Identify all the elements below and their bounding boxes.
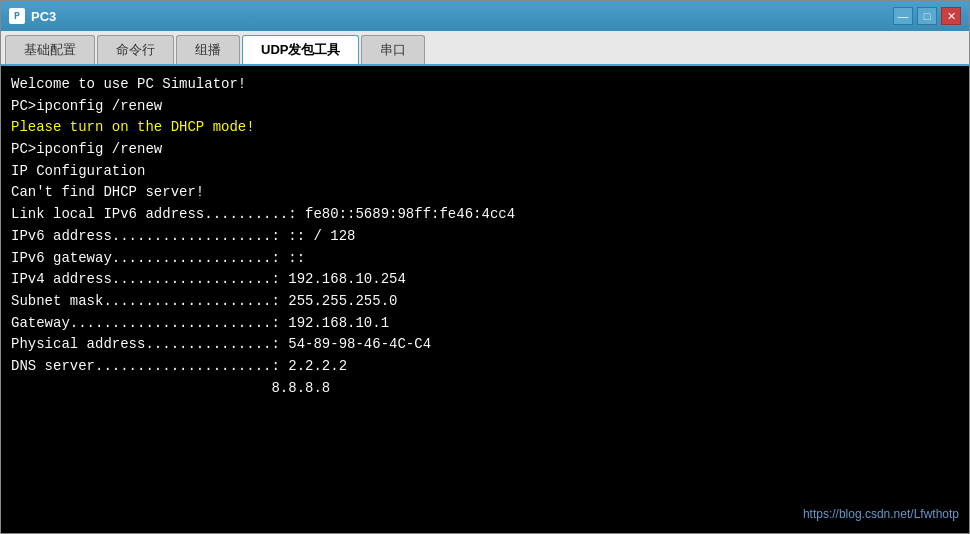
close-button[interactable]: ✕	[941, 7, 961, 25]
terminal-line: IPv6 address...................: :: / 12…	[11, 226, 959, 248]
terminal-content: Welcome to use PC Simulator!PC>ipconfig …	[11, 74, 959, 399]
terminal-line: Please turn on the DHCP mode!	[11, 117, 959, 139]
window-title: PC3	[31, 9, 56, 24]
terminal-line: Link local IPv6 address..........: fe80:…	[11, 204, 959, 226]
tab-command-line[interactable]: 命令行	[97, 35, 174, 64]
minimize-button[interactable]: —	[893, 7, 913, 25]
terminal-line: Physical address...............: 54-89-9…	[11, 334, 959, 356]
terminal-line: PC>ipconfig /renew	[11, 139, 959, 161]
terminal-line: 8.8.8.8	[11, 378, 959, 400]
window-icon: P	[9, 8, 25, 24]
watermark: https://blog.csdn.net/Lfwthotp	[803, 505, 959, 523]
terminal-line: Welcome to use PC Simulator!	[11, 74, 959, 96]
terminal-line: PC>ipconfig /renew	[11, 96, 959, 118]
restore-button[interactable]: □	[917, 7, 937, 25]
tab-udp-tool[interactable]: UDP发包工具	[242, 35, 359, 64]
terminal-line: Subnet mask....................: 255.255…	[11, 291, 959, 313]
terminal-line: Can't find DHCP server!	[11, 182, 959, 204]
terminal-line: Gateway........................: 192.168…	[11, 313, 959, 335]
tab-basic-config[interactable]: 基础配置	[5, 35, 95, 64]
title-controls: — □ ✕	[893, 7, 961, 25]
terminal-line: IPv4 address...................: 192.168…	[11, 269, 959, 291]
terminal-line: DNS server.....................: 2.2.2.2	[11, 356, 959, 378]
title-bar-left: P PC3	[9, 8, 56, 24]
terminal-line: IPv6 gateway...................: ::	[11, 248, 959, 270]
main-window: P PC3 — □ ✕ 基础配置 命令行 组播 UDP发包工具 串口 Welco…	[0, 0, 970, 534]
tab-bar: 基础配置 命令行 组播 UDP发包工具 串口	[1, 31, 969, 66]
tab-serial[interactable]: 串口	[361, 35, 425, 64]
title-bar: P PC3 — □ ✕	[1, 1, 969, 31]
terminal-area[interactable]: Welcome to use PC Simulator!PC>ipconfig …	[1, 66, 969, 533]
tab-multicast[interactable]: 组播	[176, 35, 240, 64]
terminal-line: IP Configuration	[11, 161, 959, 183]
